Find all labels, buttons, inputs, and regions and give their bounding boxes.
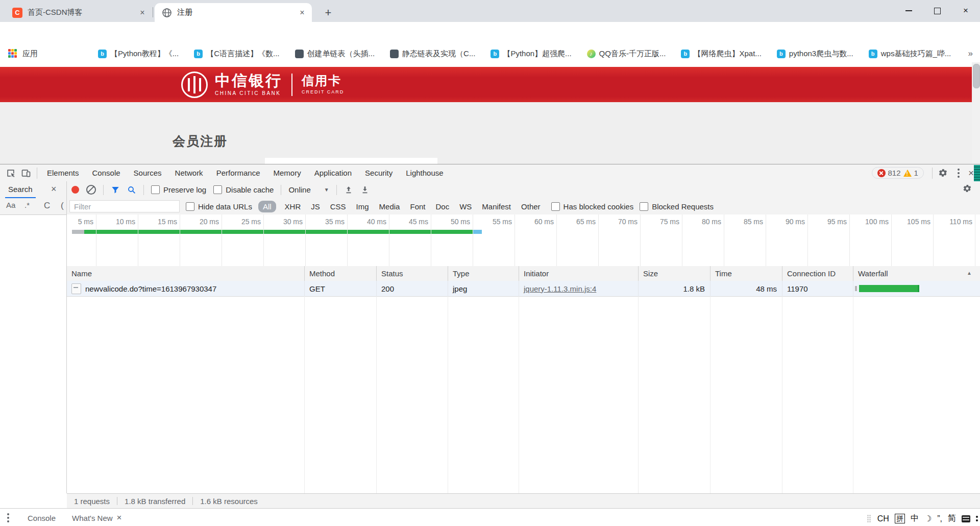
bookmark-item[interactable]: b【C语言描述】《数... [194,49,279,59]
column-header-connection-id[interactable]: Connection ID [782,266,853,281]
bookmarks-overflow-chevron[interactable]: » [968,49,973,59]
column-header-method[interactable]: Method [304,266,376,281]
request-row[interactable]: newvalicode.do?time=1613967930347GET200j… [67,281,980,297]
disable-cache-checkbox[interactable]: Disable cache [213,185,274,194]
request-name[interactable]: newvalicode.do?time=1613967930347 [85,284,216,293]
ime-language-indicator[interactable]: CH [877,514,889,523]
devtools-tab-security[interactable]: Security [358,165,399,181]
devtools-tab-network[interactable]: Network [168,163,210,183]
type-filter-js[interactable]: JS [309,201,322,212]
tab-strip: C 首页-CSDN博客 × 注册 × + × [0,0,980,22]
timeline-tick-label: 40 ms [355,218,386,226]
devtools-tab-memory[interactable]: Memory [267,165,308,181]
import-har-icon[interactable] [344,185,353,195]
apps-shortcut[interactable]: 应用 [22,49,38,59]
ime-more-icon[interactable] [976,516,978,521]
drawer-tab-close-icon[interactable]: × [117,513,122,523]
inspect-element-icon[interactable] [3,166,18,180]
console-status-badges[interactable]: 812 ! 1 [872,167,924,179]
column-header-status[interactable]: Status [376,266,448,281]
network-settings-gear-icon[interactable] [963,184,972,193]
devtools-tab-application[interactable]: Application [308,165,358,181]
type-filter-css[interactable]: CSS [329,201,348,212]
column-header-time[interactable]: Time [710,266,782,281]
type-filter-img[interactable]: Img [355,201,371,212]
devtools-tab-lighthouse[interactable]: Lighthouse [399,165,450,181]
bookmark-item[interactable]: b【Python教程】《... [98,49,179,59]
minimize-button[interactable] [894,0,923,21]
type-filter-font[interactable]: Font [408,201,427,212]
devtools-tab-elements[interactable]: Elements [40,165,86,181]
type-filter-other[interactable]: Other [520,201,542,212]
has-blocked-cookies-checkbox[interactable]: Has blocked cookies [551,202,634,211]
network-overview-timeline[interactable]: 5 ms10 ms15 ms20 ms25 ms30 ms35 ms40 ms4… [67,214,980,267]
search-pane-tab[interactable]: Search [5,181,36,198]
timeline-gridline [933,214,934,266]
drawer-tab-whatsnew[interactable]: What's New× [64,513,130,523]
globe-icon [162,8,172,18]
devtools-tab-console[interactable]: Console [86,165,127,181]
hide-data-urls-checkbox[interactable]: Hide data URLs [186,202,252,211]
bookmark-item[interactable]: 静态链表及实现（C... [390,49,475,59]
match-case-toggle[interactable]: Aa [6,201,15,209]
type-filter-all[interactable]: All [258,201,276,212]
apps-grid-icon[interactable] [8,49,17,58]
regex-toggle[interactable]: .* [24,201,30,209]
ime-chinese-mode-indicator[interactable]: 中 [911,513,919,524]
ime-drag-handle[interactable] [867,515,871,522]
type-filter-doc[interactable]: Doc [434,201,451,212]
blocked-requests-checkbox[interactable]: Blocked Requests [640,202,714,211]
record-network-log-button[interactable] [71,186,79,194]
clear-network-log-icon[interactable] [86,185,96,195]
column-header-waterfall[interactable]: Waterfall▲ [853,266,980,281]
ime-fullwidth-moon-indicator[interactable]: ☽ [924,514,932,523]
devtools-menu-kebab-icon[interactable] [951,166,966,180]
type-filter-media[interactable]: Media [378,201,402,212]
type-filter-xhr[interactable]: XHR [283,201,303,212]
new-tab-button[interactable]: + [321,5,336,20]
export-har-icon[interactable] [360,185,370,195]
column-header-initiator[interactable]: Initiator [519,266,638,281]
search-network-icon[interactable] [127,185,136,195]
type-filter-ws[interactable]: WS [458,201,473,212]
initiator-link[interactable]: jquery-1.11.3.min.js:4 [524,284,596,293]
search-pane-close-icon[interactable]: × [51,184,57,195]
tab-register[interactable]: 注册 × [155,3,312,22]
scrollbar-thumb[interactable] [973,64,980,88]
drawer-tab-console[interactable]: Console [19,514,64,522]
devtools-settings-gear-icon[interactable] [936,166,951,180]
page-scrollbar[interactable] [972,62,980,164]
ime-pinyin-indicator[interactable]: 拼 [895,514,905,523]
bookmark-item[interactable]: ♪QQ音乐-千万正版... [587,49,666,59]
refresh-search-icon[interactable]: C [44,201,50,211]
filter-input[interactable] [69,200,180,212]
throttling-select[interactable]: Online ▼ [288,185,329,194]
ime-keyboard-icon[interactable] [962,515,970,522]
tab-close-icon[interactable]: × [137,7,148,18]
page-top-strip [0,62,980,67]
sort-ascending-icon[interactable]: ▲ [967,270,972,276]
column-header-type[interactable]: Type [448,266,519,281]
column-header-name[interactable]: Name [67,266,304,281]
device-toolbar-icon[interactable] [18,166,34,180]
bookmark-item[interactable]: b【网络爬虫】Xpat... [681,49,761,59]
restore-button[interactable] [923,0,951,21]
pane-divider[interactable] [66,181,67,493]
drawer-menu-kebab-icon[interactable] [7,513,9,522]
filter-funnel-icon[interactable] [111,185,120,195]
column-header-size[interactable]: Size [638,266,710,281]
tab-csdn[interactable]: C 首页-CSDN博客 × [5,3,152,22]
devtools-tab-sources[interactable]: Sources [127,165,168,181]
close-button[interactable]: × [951,0,980,21]
preserve-log-checkbox[interactable]: Preserve log [151,185,206,194]
bookmark-item[interactable]: bpython3爬虫与数... [777,49,853,59]
bookmark-item[interactable]: 创建单链表（头插... [295,49,375,59]
bookmark-item[interactable]: b【Python】超强爬... [491,49,571,59]
devtools-tab-performance[interactable]: Performance [210,165,267,181]
ime-simplified-indicator[interactable]: 简 [948,513,956,524]
type-filter-manifest[interactable]: Manifest [480,201,512,212]
ime-punctuation-indicator[interactable]: ”, [937,514,942,523]
devtools-close-icon[interactable]: × [968,168,974,179]
tab-close-icon[interactable]: × [297,7,308,18]
bookmark-item[interactable]: bwps基础技巧篇_哔... [869,49,951,59]
